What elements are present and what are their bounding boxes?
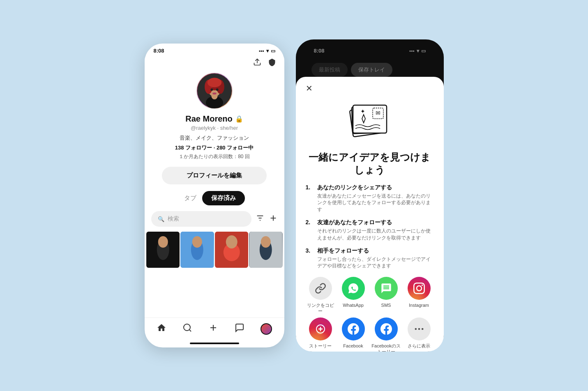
phone2: 8:08 ▪▪▪ ▾ ▭ 最新投稿 保存トレイ ✕	[296, 39, 444, 352]
modal-steps: 1. あなたのリンクをシェアする 友達があなたにメッセージを送るには、あなたのリ…	[306, 184, 434, 270]
link-copy-icon	[309, 277, 332, 300]
profile-nav-avatar[interactable]	[261, 323, 272, 335]
edit-profile-button[interactable]: プロフィールを編集	[162, 167, 267, 184]
tab-label: タブ	[184, 194, 196, 202]
instagram-label: Instagram	[409, 302, 429, 308]
add-grid-icon[interactable]	[269, 214, 278, 225]
share-instagram[interactable]: Instagram	[404, 277, 434, 314]
grid-item-2	[180, 232, 214, 268]
facebook-icon	[342, 317, 365, 340]
facebook-story-label: Facebookのストーリー	[371, 343, 401, 352]
step-1-content: あなたのリンクをシェアする 友達があなたにメッセージを送るには、あなたのリンクを…	[317, 184, 434, 213]
step-2-content: 友達があなたをフォローする それぞれのリンクは一度に数人のユーザーにしか使えませ…	[317, 219, 434, 242]
share-facebook-story[interactable]: Facebookのストーリー	[371, 317, 401, 352]
step-1-num: 1.	[306, 184, 314, 191]
step-1: 1. あなたのリンクをシェアする 友達があなたにメッセージを送るには、あなたのリ…	[306, 184, 434, 213]
step-2: 2. 友達があなたをフォローする それぞれのリンクは一度に数人のユーザーにしか使…	[306, 219, 434, 242]
tabs-row: タブ 保存済み	[184, 191, 245, 205]
user-views: １か月あたりの表示回数：80 回	[179, 153, 250, 160]
svg-point-23	[192, 236, 202, 248]
svg-point-12	[212, 92, 217, 94]
upload-icon[interactable]	[253, 58, 261, 68]
share-sms[interactable]: SMS	[371, 277, 401, 314]
grid-item-1	[146, 232, 180, 268]
sms-icon	[375, 277, 398, 300]
more-icon	[408, 317, 431, 340]
share-story[interactable]: ストーリー	[306, 317, 335, 352]
share-modal: ✕ ✦	[296, 77, 444, 352]
phone1-content: Rae Moreno 🔒 @raelykyk · she/her 音楽、メイク、…	[145, 56, 284, 317]
status-bar-1: 8:08 ▪▪▪ ▾ ▭	[145, 44, 284, 56]
signal-icon: ▪▪▪	[259, 48, 264, 54]
step-2-num: 2.	[306, 219, 314, 225]
grid-item-4	[249, 232, 283, 268]
avatar	[196, 72, 233, 109]
filter-icon[interactable]	[256, 214, 265, 225]
toolbar	[145, 56, 284, 68]
step-3: 3. 相手をフォローする フォローし合ったら、ダイレクトメッセージでアイデアや目…	[306, 247, 434, 270]
home-nav-icon[interactable]	[157, 323, 166, 335]
messages-nav-icon[interactable]	[235, 323, 244, 335]
svg-point-47	[421, 328, 423, 330]
step-3-title: 相手をフォローする	[317, 247, 434, 255]
sms-label: SMS	[381, 302, 391, 308]
story-label: ストーリー	[309, 343, 332, 349]
svg-point-45	[415, 328, 417, 330]
bottom-nav	[145, 317, 284, 341]
share-more[interactable]: さらに表示	[404, 317, 434, 352]
svg-point-46	[418, 328, 420, 330]
step-3-num: 3.	[306, 247, 314, 254]
image-grid	[145, 232, 284, 268]
step-2-desc: それぞれのリンクは一度に数人のユーザーにしか使えませんが、必要なだけリンクを取得…	[317, 228, 434, 242]
svg-point-10	[210, 88, 213, 91]
add-nav-icon[interactable]	[208, 323, 218, 335]
modal-illustration: ✦ ✉	[306, 99, 434, 144]
user-stats: 138 フォロワー · 280 フォロー中	[175, 144, 254, 152]
step-1-title: あなたのリンクをシェアする	[317, 184, 434, 191]
svg-line-31	[189, 330, 191, 331]
share-whatsapp[interactable]: WhatsApp	[339, 277, 368, 314]
share-link-copy[interactable]: リンクをコピー	[306, 277, 335, 314]
svg-point-11	[216, 88, 218, 91]
svg-point-20	[158, 236, 168, 248]
svg-text:✉: ✉	[376, 110, 380, 116]
wifi-icon: ▾	[266, 48, 269, 54]
share-grid: リンクをコピー WhatsApp	[306, 277, 434, 352]
status-icons-1: ▪▪▪ ▾ ▭	[259, 48, 275, 54]
step-3-content: 相手をフォローする フォローし合ったら、ダイレクトメッセージでアイデアや目標など…	[317, 247, 434, 270]
link-copy-label: リンクをコピー	[306, 302, 335, 314]
svg-point-9	[207, 78, 221, 87]
search-nav-icon[interactable]	[182, 323, 192, 335]
grid-item-3	[215, 232, 249, 268]
user-name: Rae Moreno 🔒	[185, 114, 243, 124]
search-placeholder: 検索	[168, 215, 179, 223]
app-container: 8:08 ▪▪▪ ▾ ▭	[145, 39, 444, 352]
svg-point-29	[261, 236, 271, 248]
search-row: 🔍 検索	[145, 211, 284, 227]
tab-saved[interactable]: 保存済み	[202, 191, 245, 205]
time-1: 8:08	[154, 48, 164, 54]
user-bio: 音楽、メイク、ファッション	[180, 134, 249, 142]
battery-icon: ▭	[271, 48, 275, 54]
lock-icon: 🔒	[235, 115, 243, 123]
share-facebook[interactable]: Facebook	[339, 317, 368, 352]
instagram-icon	[408, 277, 431, 300]
svg-point-26	[226, 235, 237, 248]
svg-rect-36	[353, 105, 387, 133]
more-label: さらに表示	[408, 343, 430, 349]
phone1: 8:08 ▪▪▪ ▾ ▭	[145, 44, 284, 347]
step-2-title: 友達があなたをフォローする	[317, 219, 434, 226]
close-button[interactable]: ✕	[306, 83, 313, 93]
modal-overlay: ✕ ✦	[296, 39, 444, 352]
home-indicator-1	[190, 343, 239, 344]
facebook-label: Facebook	[343, 343, 363, 349]
search-icon: 🔍	[158, 216, 164, 222]
story-icon	[309, 317, 332, 340]
shield-icon[interactable]	[268, 58, 276, 68]
search-box[interactable]: 🔍 検索	[151, 211, 251, 227]
step-1-desc: 友達があなたにメッセージを送るには、あなたのリンクを使用してあなたをフォローする…	[317, 193, 434, 213]
svg-text:✦: ✦	[360, 108, 365, 115]
whatsapp-label: WhatsApp	[343, 302, 364, 308]
whatsapp-icon	[342, 277, 365, 300]
user-handle: @raelykyk · she/her	[191, 125, 238, 131]
